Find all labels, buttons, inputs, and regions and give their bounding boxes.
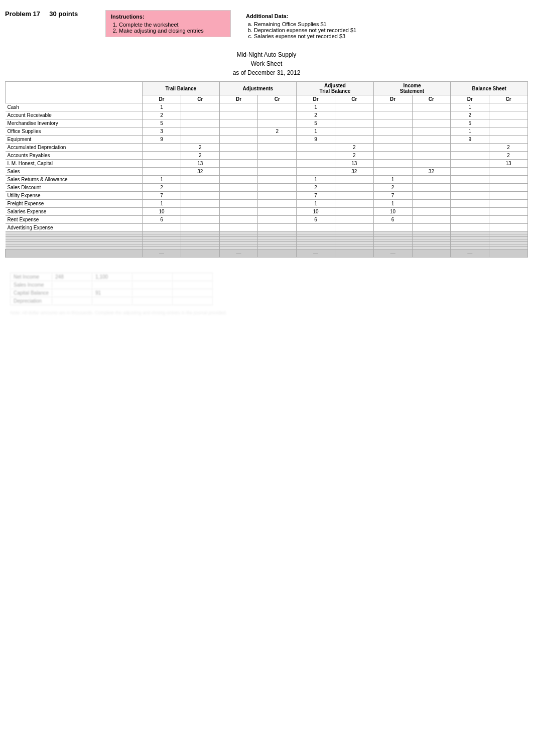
total-cell: — (373, 249, 412, 258)
is-cr-header: Cr (412, 95, 451, 103)
value-cell (297, 144, 335, 152)
value-cell (258, 160, 297, 168)
bottom-cell-8 (92, 281, 132, 289)
value-cell (219, 184, 258, 192)
is-dr-header: Dr (373, 95, 412, 103)
additional-a: Remaining Office Supplies $1 (254, 21, 376, 27)
value-cell: 1 (143, 103, 181, 111)
totals-row: ————— (6, 249, 528, 258)
account-name-cell: Freight Expense (6, 200, 143, 208)
value-cell (335, 192, 373, 200)
value-cell (451, 208, 489, 216)
value-cell (181, 128, 219, 136)
value-cell (489, 184, 528, 192)
additional-data: Additional Data: Remaining Office Suppli… (241, 10, 381, 42)
value-cell: 1 (373, 200, 412, 208)
value-cell (412, 119, 451, 128)
value-cell (451, 144, 489, 152)
value-cell (489, 136, 528, 144)
value-cell: 1 (451, 128, 489, 136)
table-row: Rent Expense666 (6, 216, 528, 224)
bottom-cell-12 (52, 289, 92, 297)
account-name-cell: Advertising Expense (6, 224, 143, 232)
total-cell (489, 249, 528, 258)
bottom-cell-6: Sales Income (11, 281, 52, 289)
bottom-cell-3: 1,100 (92, 273, 132, 281)
worksheet-body: Cash111Account Receivable222Merchandise … (6, 103, 528, 258)
value-cell: 1 (373, 176, 412, 184)
value-cell: 13 (489, 160, 528, 168)
value-cell (219, 216, 258, 224)
value-cell: 2 (143, 111, 181, 119)
table-row: Equipment999 (6, 136, 528, 144)
value-cell (451, 168, 489, 176)
value-cell (258, 152, 297, 160)
atb-cr-header: Cr (335, 95, 373, 103)
value-cell (258, 168, 297, 176)
atb-dr-header: Dr (297, 95, 335, 103)
value-cell (219, 136, 258, 144)
value-cell (451, 192, 489, 200)
value-cell (181, 224, 219, 232)
value-cell (219, 224, 258, 232)
value-cell: 5 (451, 119, 489, 128)
value-cell (335, 224, 373, 232)
value-cell: 2 (451, 111, 489, 119)
page: Problem 17 30 points Instructions: Compl… (0, 0, 533, 330)
total-cell: — (451, 249, 489, 258)
value-cell (143, 144, 181, 152)
account-name-cell: I. M. Honest, Capital (6, 160, 143, 168)
points-label: 30 points (49, 10, 78, 18)
bottom-row-2: Sales Income (11, 281, 213, 289)
value-cell: 9 (143, 136, 181, 144)
bottom-cell-11: Capital Balance (11, 289, 52, 297)
value-cell (373, 103, 412, 111)
value-cell: 2 (489, 144, 528, 152)
value-cell (412, 200, 451, 208)
value-cell (219, 128, 258, 136)
account-name-cell: Rent Expense (6, 216, 143, 224)
account-col-header (6, 82, 143, 103)
value-cell (489, 200, 528, 208)
problem-label: Problem 17 (5, 10, 40, 18)
value-cell (181, 103, 219, 111)
instructions-title: Instructions: (111, 14, 225, 20)
table-row: Freight Expense111 (6, 200, 528, 208)
account-name-cell: Salaries Expense (6, 208, 143, 216)
value-cell: 2 (181, 152, 219, 160)
value-cell (373, 128, 412, 136)
value-cell (489, 168, 528, 176)
value-cell: 2 (258, 128, 297, 136)
bottom-table: Net Income 248 1,100 Sales Income Capita… (10, 273, 213, 305)
worksheet-container: Trail Balance Adjustments AdjustedTrial … (5, 81, 528, 258)
account-name-cell: Utility Expense (6, 192, 143, 200)
value-cell (451, 216, 489, 224)
value-cell (143, 168, 181, 176)
footer-note: Note: All dollar amounts are in thousand… (10, 310, 523, 315)
adjustments-header: Adjustments (219, 82, 297, 95)
value-cell (412, 144, 451, 152)
value-cell (489, 119, 528, 128)
value-cell (451, 160, 489, 168)
account-name-cell: Sales (6, 168, 143, 176)
value-cell: 3 (143, 128, 181, 136)
worksheet-table: Trail Balance Adjustments AdjustedTrial … (5, 81, 528, 258)
value-cell: 2 (297, 184, 335, 192)
total-cell (6, 249, 143, 258)
value-cell (181, 136, 219, 144)
account-name-cell: Accounts Payables (6, 152, 143, 160)
value-cell: 1 (143, 176, 181, 184)
instruction-2: Make adjusting and closing entries (119, 28, 225, 34)
value-cell (412, 152, 451, 160)
account-name-cell: Merchandise Inventory (6, 119, 143, 128)
account-name-cell: Sales Discount (6, 184, 143, 192)
value-cell (335, 119, 373, 128)
value-cell (489, 208, 528, 216)
table-row: Accounts Payables222 (6, 152, 528, 160)
value-cell (373, 152, 412, 160)
value-cell (451, 176, 489, 184)
value-cell (373, 136, 412, 144)
value-cell (373, 160, 412, 168)
value-cell (412, 160, 451, 168)
total-cell: — (219, 249, 258, 258)
